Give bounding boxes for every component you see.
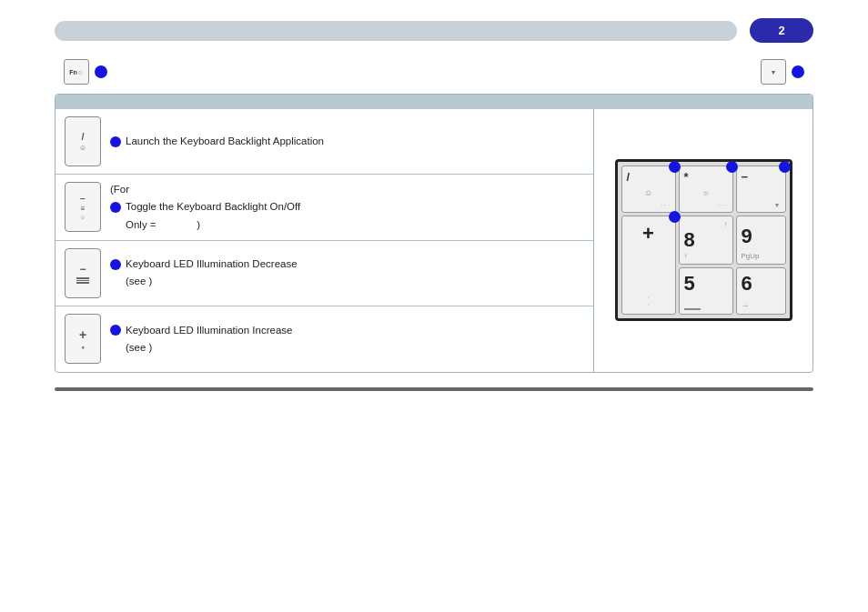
- table-row: − ≡ ☼ (For Toggle the Keyboard Backlight…: [56, 175, 593, 241]
- numpad: / ☺ ··· * ☼ ···: [615, 159, 792, 321]
- blue-dot-numpad-minus: [779, 161, 791, 173]
- fn-key-icon-right: ▼: [761, 59, 786, 85]
- header-pill: 2: [750, 18, 813, 43]
- numpad-area: / ☺ ··· * ☼ ···: [594, 109, 812, 372]
- table-row: + ● Keyboard LED Illumination Increase (…: [56, 306, 593, 372]
- header-line: [55, 21, 737, 41]
- page-container: 2 Fn ☺ ▼ / ☺: [0, 0, 868, 612]
- table-body: / ☺ Launch the Keyboard Backlight Applic…: [56, 109, 812, 372]
- row-text-increase: Keyboard LED Illumination Increase (see …: [110, 323, 292, 356]
- key-icon-increase: + ●: [65, 314, 101, 364]
- row-text-toggle: (For Toggle the Keyboard Backlight On/Of…: [110, 182, 300, 233]
- bottom-line: [55, 387, 813, 391]
- blue-dot-numpad-slash: [669, 161, 681, 173]
- key-icon-slash: / ☺: [65, 116, 101, 166]
- blue-dot-row3: [110, 259, 121, 270]
- blue-dot-left: [95, 65, 107, 78]
- table-left-column: / ☺ Launch the Keyboard Backlight Applic…: [56, 109, 594, 372]
- numpad-minus-key: − ▼: [736, 166, 786, 213]
- row-text-launch: Launch the Keyboard Backlight Applicatio…: [110, 134, 324, 149]
- blue-dot-row2: [110, 202, 121, 213]
- blue-dot-row1: [110, 136, 121, 147]
- icon-left: Fn ☺: [64, 59, 107, 85]
- blue-dot-right: [792, 65, 804, 78]
- main-table: / ☺ Launch the Keyboard Backlight Applic…: [55, 94, 813, 373]
- numpad-6-key: 6 →: [736, 267, 786, 315]
- numpad-star-key: * ☼ ···: [679, 166, 733, 213]
- blue-dot-numpad-star: [726, 161, 738, 173]
- fn-key-icon-left: Fn ☺: [64, 59, 89, 85]
- icon-row: Fn ☺ ▼: [55, 59, 813, 85]
- blue-dot-numpad-plus: [669, 211, 681, 223]
- table-header: [56, 95, 812, 109]
- key-icon-decrease: −: [65, 248, 101, 298]
- numpad-slash-key: / ☺ ···: [621, 166, 676, 213]
- numpad-8-key: ↑ 8 ↑: [679, 216, 733, 265]
- blue-dot-row4: [110, 325, 121, 336]
- key-icon-toggle: − ≡ ☼: [65, 182, 101, 232]
- numpad-5-key: 5: [679, 267, 733, 315]
- row-text-decrease: Keyboard LED Illumination Decrease (see …: [110, 256, 298, 290]
- table-row: − Keyboard LED Illumination Decrease: [56, 241, 593, 306]
- numpad-9-key: 9 PgUp: [736, 216, 786, 265]
- icon-right: ▼: [761, 59, 804, 85]
- header-bar: 2: [55, 18, 813, 43]
- table-row: / ☺ Launch the Keyboard Backlight Applic…: [56, 109, 593, 175]
- numpad-plus-key: + ··: [621, 216, 676, 315]
